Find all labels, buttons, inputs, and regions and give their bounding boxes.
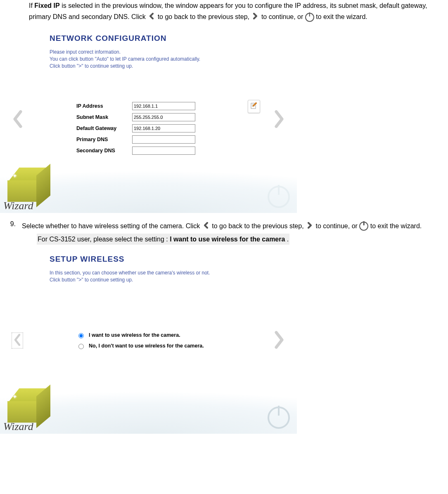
pencil-note-icon <box>250 102 258 111</box>
wireless-options: I want to use wireless for the camera. N… <box>76 330 204 351</box>
use-wireless-radio[interactable] <box>78 333 84 338</box>
secondary-dns-input[interactable] <box>132 147 195 155</box>
wizard-logo: ✦ ✦ ✦ Wizard <box>0 168 50 213</box>
power-icon <box>268 407 290 429</box>
next-button[interactable] <box>273 331 285 350</box>
ip-address-label: IP Address <box>76 103 132 109</box>
chevron-left-icon <box>148 12 155 23</box>
subnet-mask-label: Subnet Mask <box>76 114 132 120</box>
back-button[interactable] <box>12 333 23 349</box>
network-config-screenshot: NETWORK CONFIGURATION Please input corre… <box>0 26 297 213</box>
chevron-left-icon <box>203 221 209 232</box>
power-icon <box>359 222 368 231</box>
chevron-right-icon <box>252 12 258 23</box>
cs-3152-note: For CS-3152 user, please select the sett… <box>37 234 289 245</box>
primary-dns-input[interactable] <box>132 135 195 144</box>
next-button[interactable] <box>273 110 285 129</box>
primary-dns-label: Primary DNS <box>76 137 132 142</box>
default-gateway-input[interactable] <box>132 124 195 132</box>
power-icon <box>268 186 290 208</box>
power-icon <box>305 13 314 22</box>
ip-address-input[interactable] <box>132 102 195 110</box>
network-form: IP Address Subnet Mask Default Gateway P… <box>76 101 195 156</box>
edit-button[interactable] <box>248 100 260 113</box>
no-wireless-radio[interactable] <box>78 344 84 349</box>
chevron-right-icon <box>306 221 313 232</box>
exit-wizard-button[interactable] <box>266 405 289 428</box>
panel-title: NETWORK CONFIGURATION <box>50 34 273 43</box>
panel-title: SETUP WIRELESS <box>50 255 273 264</box>
no-wireless-option[interactable]: No, I don't want to use wireless for the… <box>76 340 204 351</box>
default-gateway-label: Default Gateway <box>76 125 132 131</box>
use-wireless-option[interactable]: I want to use wireless for the camera. <box>76 330 204 340</box>
intro-paragraph: If Fixed IP is selected in the previous … <box>29 0 440 23</box>
setup-wireless-screenshot: SETUP WIRELESS In this section, you can … <box>0 247 297 434</box>
step-9: 9. Selecte whether to have wireless sett… <box>0 220 448 245</box>
secondary-dns-label: Secondary DNS <box>76 148 132 154</box>
wizard-logo: ✦ ✦ ✦ Wizard <box>0 388 50 434</box>
subnet-mask-input[interactable] <box>132 113 195 121</box>
exit-wizard-button[interactable] <box>266 184 289 207</box>
step-number: 9. <box>0 220 22 245</box>
back-button[interactable] <box>12 110 24 129</box>
